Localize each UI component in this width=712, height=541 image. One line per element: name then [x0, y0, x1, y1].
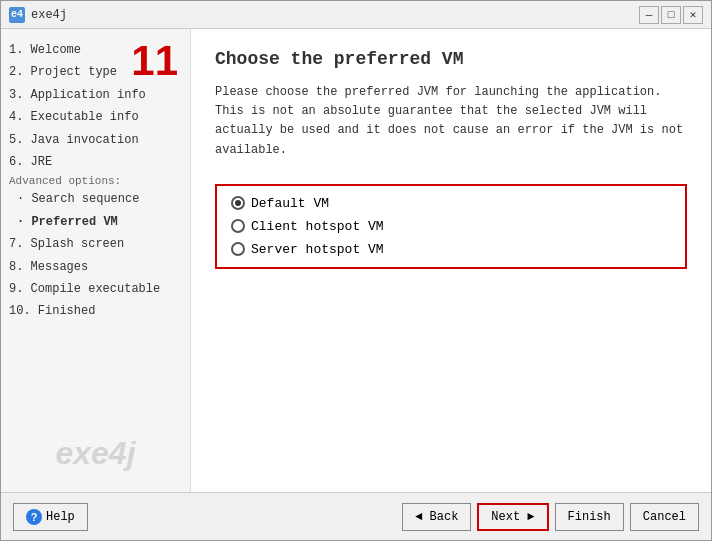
- next-button[interactable]: Next ►: [477, 503, 548, 531]
- default-vm-option[interactable]: Default VM: [231, 196, 671, 211]
- main-panel: Choose the preferred VM Please choose th…: [191, 29, 711, 492]
- help-icon: ?: [26, 509, 42, 525]
- sidebar-item-application-info[interactable]: 3. Application info: [9, 84, 182, 106]
- description-text: Please choose the preferred JVM for laun…: [215, 83, 687, 160]
- advanced-options-label: Advanced options:: [9, 175, 182, 187]
- sidebar-item-splash-screen[interactable]: 7. Splash screen: [9, 233, 182, 255]
- client-hotspot-radio[interactable]: [231, 219, 245, 233]
- sidebar-item-search-sequence[interactable]: · Search sequence: [9, 188, 182, 210]
- page-title: Choose the preferred VM: [215, 49, 687, 69]
- window-title: exe4j: [31, 8, 639, 22]
- next-label: Next ►: [491, 510, 534, 524]
- window-controls: — □ ✕: [639, 6, 703, 24]
- cancel-button[interactable]: Cancel: [630, 503, 699, 531]
- sidebar-item-preferred-vm[interactable]: · Preferred VM: [9, 211, 182, 233]
- finish-label: Finish: [568, 510, 611, 524]
- sidebar: 11 1. Welcome 2. Project type 3. Applica…: [1, 29, 191, 492]
- cancel-label: Cancel: [643, 510, 686, 524]
- maximize-button[interactable]: □: [661, 6, 681, 24]
- help-button[interactable]: ? Help: [13, 503, 88, 531]
- main-window: e4 exe4j — □ ✕ 11 1. Welcome 2. Project …: [0, 0, 712, 541]
- minimize-button[interactable]: —: [639, 6, 659, 24]
- sidebar-item-jre[interactable]: 6. JRE: [9, 151, 182, 173]
- finish-button[interactable]: Finish: [555, 503, 624, 531]
- default-vm-label: Default VM: [251, 196, 329, 211]
- app-icon: e4: [9, 7, 25, 23]
- close-button[interactable]: ✕: [683, 6, 703, 24]
- sidebar-watermark: exe4j: [55, 435, 135, 472]
- server-hotspot-label: Server hotspot VM: [251, 242, 384, 257]
- back-label: ◄ Back: [415, 510, 458, 524]
- sidebar-item-java-invocation[interactable]: 5. Java invocation: [9, 129, 182, 151]
- back-button[interactable]: ◄ Back: [402, 503, 471, 531]
- client-hotspot-option[interactable]: Client hotspot VM: [231, 219, 671, 234]
- sidebar-item-finished[interactable]: 10. Finished: [9, 300, 182, 322]
- content-area: 11 1. Welcome 2. Project type 3. Applica…: [1, 29, 711, 492]
- vm-options-box: Default VM Client hotspot VM Server hots…: [215, 184, 687, 269]
- sidebar-item-executable-info[interactable]: 4. Executable info: [9, 106, 182, 128]
- server-hotspot-option[interactable]: Server hotspot VM: [231, 242, 671, 257]
- server-hotspot-radio[interactable]: [231, 242, 245, 256]
- help-label: Help: [46, 510, 75, 524]
- bottom-bar: ? Help ◄ Back Next ► Finish Cancel: [1, 492, 711, 540]
- title-bar: e4 exe4j — □ ✕: [1, 1, 711, 29]
- default-vm-radio[interactable]: [231, 196, 245, 210]
- sidebar-item-compile-executable[interactable]: 9. Compile executable: [9, 278, 182, 300]
- step-number: 11: [131, 37, 178, 85]
- client-hotspot-label: Client hotspot VM: [251, 219, 384, 234]
- sidebar-item-messages[interactable]: 8. Messages: [9, 256, 182, 278]
